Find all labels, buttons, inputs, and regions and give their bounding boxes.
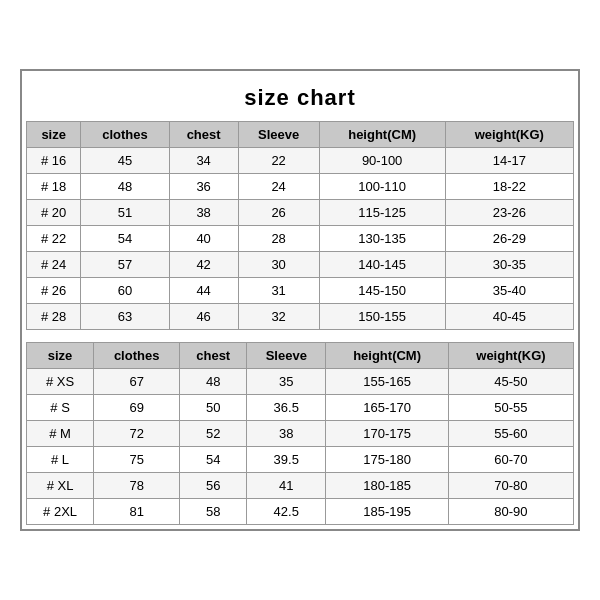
table-cell: # 20 [27, 200, 81, 226]
table-cell: # S [27, 395, 94, 421]
table-cell: 36.5 [247, 395, 326, 421]
table-cell: 175-180 [326, 447, 449, 473]
table-cell: 54 [81, 226, 169, 252]
table-cell: 180-185 [326, 473, 449, 499]
table2-col-header: size [27, 343, 94, 369]
table-cell: 41 [247, 473, 326, 499]
table-cell: 69 [94, 395, 180, 421]
table-cell: 42 [169, 252, 238, 278]
table-cell: 28 [238, 226, 319, 252]
table-row: # M725238170-17555-60 [27, 421, 574, 447]
table-row: # 2XL815842.5185-19580-90 [27, 499, 574, 525]
table-cell: 140-145 [319, 252, 445, 278]
table-cell: # 22 [27, 226, 81, 252]
table-cell: 48 [81, 174, 169, 200]
table-cell: 26 [238, 200, 319, 226]
table-cell: 45 [81, 148, 169, 174]
table-cell: 50-55 [448, 395, 573, 421]
table-row: # 22544028130-13526-29 [27, 226, 574, 252]
table-cell: 36 [169, 174, 238, 200]
table-cell: # M [27, 421, 94, 447]
table-cell: 38 [169, 200, 238, 226]
table-cell: 58 [180, 499, 247, 525]
table-row: # 1645342290-10014-17 [27, 148, 574, 174]
table-cell: 115-125 [319, 200, 445, 226]
table1-header-row: sizeclotheschestSleeveheight(CM)weight(K… [27, 122, 574, 148]
table-cell: 54 [180, 447, 247, 473]
table-cell: # L [27, 447, 94, 473]
table1-col-header: size [27, 122, 81, 148]
table-row: # 18483624100-11018-22 [27, 174, 574, 200]
table-cell: 75 [94, 447, 180, 473]
table-cell: 48 [180, 369, 247, 395]
table-cell: # XL [27, 473, 94, 499]
table-cell: 67 [94, 369, 180, 395]
size-chart-container: size chart sizeclotheschestSleeveheight(… [20, 69, 580, 531]
table-cell: 130-135 [319, 226, 445, 252]
table-row: # 28634632150-15540-45 [27, 304, 574, 330]
table-cell: 81 [94, 499, 180, 525]
table-cell: 150-155 [319, 304, 445, 330]
table-cell: 52 [180, 421, 247, 447]
table-cell: 80-90 [448, 499, 573, 525]
table-cell: 63 [81, 304, 169, 330]
table-cell: 35-40 [445, 278, 573, 304]
table-cell: # 18 [27, 174, 81, 200]
table-cell: # 26 [27, 278, 81, 304]
table2-col-header: clothes [94, 343, 180, 369]
table-cell: 44 [169, 278, 238, 304]
table-cell: 34 [169, 148, 238, 174]
table2-col-header: chest [180, 343, 247, 369]
table-cell: 185-195 [326, 499, 449, 525]
table-cell: 38 [247, 421, 326, 447]
table1-col-header: height(CM) [319, 122, 445, 148]
table-row: # 24574230140-14530-35 [27, 252, 574, 278]
table-cell: 170-175 [326, 421, 449, 447]
table-cell: 42.5 [247, 499, 326, 525]
table1-col-header: Sleeve [238, 122, 319, 148]
table-row: # XL785641180-18570-80 [27, 473, 574, 499]
table-cell: # 2XL [27, 499, 94, 525]
table1-col-header: clothes [81, 122, 169, 148]
table-cell: # XS [27, 369, 94, 395]
table-cell: 46 [169, 304, 238, 330]
table-cell: 40-45 [445, 304, 573, 330]
table-cell: 50 [180, 395, 247, 421]
table-cell: 26-29 [445, 226, 573, 252]
table-cell: 155-165 [326, 369, 449, 395]
table-cell: 60-70 [448, 447, 573, 473]
table-cell: 14-17 [445, 148, 573, 174]
table-cell: 35 [247, 369, 326, 395]
table-cell: 165-170 [326, 395, 449, 421]
table2-col-header: height(CM) [326, 343, 449, 369]
table-cell: 51 [81, 200, 169, 226]
size-table-1: sizeclotheschestSleeveheight(CM)weight(K… [26, 121, 574, 330]
table-cell: 100-110 [319, 174, 445, 200]
table-row: # 20513826115-12523-26 [27, 200, 574, 226]
table-row: # XS674835155-16545-50 [27, 369, 574, 395]
table2-col-header: Sleeve [247, 343, 326, 369]
table-cell: 30 [238, 252, 319, 278]
table-cell: 70-80 [448, 473, 573, 499]
table1-col-header: weight(KG) [445, 122, 573, 148]
chart-title: size chart [22, 71, 578, 121]
table-cell: 90-100 [319, 148, 445, 174]
table-cell: 18-22 [445, 174, 573, 200]
table-cell: 56 [180, 473, 247, 499]
table-cell: # 28 [27, 304, 81, 330]
table-cell: 31 [238, 278, 319, 304]
table-cell: 32 [238, 304, 319, 330]
table-cell: 40 [169, 226, 238, 252]
table-cell: 57 [81, 252, 169, 278]
table2-header-row: sizeclotheschestSleeveheight(CM)weight(K… [27, 343, 574, 369]
table-row: # S695036.5165-17050-55 [27, 395, 574, 421]
table-row: # 26604431145-15035-40 [27, 278, 574, 304]
table-cell: 78 [94, 473, 180, 499]
table-row: # L755439.5175-18060-70 [27, 447, 574, 473]
table-cell: 39.5 [247, 447, 326, 473]
table-cell: 60 [81, 278, 169, 304]
table-cell: 45-50 [448, 369, 573, 395]
table-cell: 23-26 [445, 200, 573, 226]
table2-col-header: weight(KG) [448, 343, 573, 369]
table-cell: 22 [238, 148, 319, 174]
